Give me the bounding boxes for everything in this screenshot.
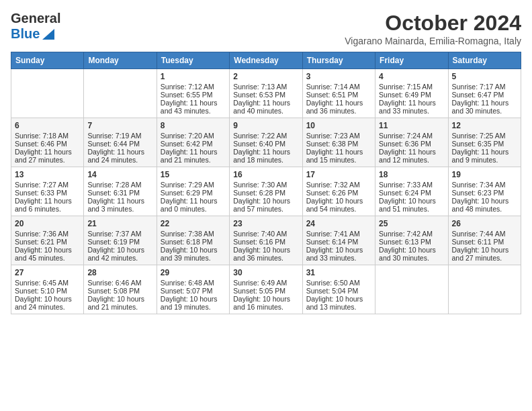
- day-info: Daylight: 11 hours and 40 minutes.: [233, 99, 298, 115]
- day-info: Daylight: 11 hours and 33 minutes.: [379, 99, 444, 115]
- day-cell: 31Sunrise: 6:50 AMSunset: 5:04 PMDayligh…: [302, 265, 375, 314]
- day-cell: 11Sunrise: 7:24 AMSunset: 6:36 PMDayligh…: [375, 118, 448, 167]
- day-number: 5: [452, 72, 517, 81]
- day-number: 30: [233, 268, 298, 277]
- day-info: Daylight: 10 hours and 36 minutes.: [233, 246, 298, 262]
- day-info: Sunrise: 7:20 AM: [161, 132, 226, 140]
- day-info: Sunrise: 7:19 AM: [87, 132, 152, 140]
- day-cell: 27Sunrise: 6:45 AMSunset: 5:10 PMDayligh…: [11, 265, 84, 314]
- page-header: General Blue October 2024 Vigarano Maina…: [11, 11, 521, 46]
- day-cell: 29Sunrise: 6:48 AMSunset: 5:07 PMDayligh…: [157, 265, 229, 314]
- day-info: Daylight: 11 hours and 21 minutes.: [161, 148, 226, 164]
- day-info: Sunrise: 7:44 AM: [452, 230, 517, 238]
- day-cell: 14Sunrise: 7:28 AMSunset: 6:31 PMDayligh…: [84, 167, 157, 216]
- day-info: Sunset: 5:04 PM: [306, 287, 371, 295]
- day-info: Sunrise: 6:46 AM: [87, 279, 152, 287]
- day-info: Sunrise: 7:27 AM: [15, 181, 80, 189]
- day-info: Daylight: 11 hours and 6 minutes.: [15, 197, 80, 213]
- day-cell: 3Sunrise: 7:14 AMSunset: 6:51 PMDaylight…: [302, 69, 375, 118]
- day-info: Daylight: 11 hours and 12 minutes.: [379, 148, 444, 164]
- header-cell-thursday: Thursday: [302, 52, 375, 69]
- day-number: 23: [233, 219, 298, 228]
- day-cell: 26Sunrise: 7:44 AMSunset: 6:11 PMDayligh…: [448, 216, 521, 265]
- day-info: Sunset: 6:36 PM: [379, 140, 444, 148]
- day-cell: 18Sunrise: 7:33 AMSunset: 6:24 PMDayligh…: [375, 167, 448, 216]
- day-info: Sunrise: 7:25 AM: [452, 132, 517, 140]
- day-info: Sunset: 6:55 PM: [161, 91, 226, 99]
- day-info: Sunrise: 6:45 AM: [15, 279, 80, 287]
- header-cell-saturday: Saturday: [448, 52, 521, 69]
- day-info: Sunrise: 7:24 AM: [379, 132, 444, 140]
- day-info: Sunrise: 7:13 AM: [233, 83, 298, 91]
- day-cell: 12Sunrise: 7:25 AMSunset: 6:35 PMDayligh…: [448, 118, 521, 167]
- day-info: Daylight: 10 hours and 54 minutes.: [306, 197, 371, 213]
- day-info: Sunrise: 7:34 AM: [452, 181, 517, 189]
- week-row-3: 13Sunrise: 7:27 AMSunset: 6:33 PMDayligh…: [11, 167, 521, 216]
- week-row-1: 1Sunrise: 7:12 AMSunset: 6:55 PMDaylight…: [11, 69, 521, 118]
- day-info: Sunrise: 7:17 AM: [452, 83, 517, 91]
- day-info: Sunset: 6:24 PM: [379, 189, 444, 197]
- day-info: Sunrise: 7:29 AM: [161, 181, 226, 189]
- location: Vigarano Mainarda, Emilia-Romagna, Italy: [345, 36, 521, 46]
- day-number: 11: [379, 121, 444, 130]
- day-info: Sunrise: 7:32 AM: [306, 181, 371, 189]
- day-number: 22: [161, 219, 226, 228]
- day-info: Daylight: 11 hours and 43 minutes.: [161, 99, 226, 115]
- header-cell-tuesday: Tuesday: [157, 52, 229, 69]
- header-cell-sunday: Sunday: [11, 52, 84, 69]
- day-cell: 24Sunrise: 7:41 AMSunset: 6:14 PMDayligh…: [302, 216, 375, 265]
- day-info: Daylight: 10 hours and 13 minutes.: [306, 295, 371, 311]
- day-number: 14: [87, 170, 152, 179]
- day-info: Daylight: 10 hours and 27 minutes.: [452, 246, 517, 262]
- day-info: Daylight: 11 hours and 15 minutes.: [306, 148, 371, 164]
- logo: General Blue: [11, 11, 62, 42]
- day-number: 9: [233, 121, 298, 130]
- day-info: Sunrise: 6:50 AM: [306, 279, 371, 287]
- day-info: Sunset: 6:49 PM: [379, 91, 444, 99]
- day-cell: 22Sunrise: 7:38 AMSunset: 6:18 PMDayligh…: [157, 216, 229, 265]
- day-number: 19: [452, 170, 517, 179]
- day-cell: [84, 69, 157, 118]
- day-info: Daylight: 11 hours and 27 minutes.: [15, 148, 80, 164]
- calendar-table: SundayMondayTuesdayWednesdayThursdayFrid…: [11, 52, 521, 314]
- day-cell: 25Sunrise: 7:42 AMSunset: 6:13 PMDayligh…: [375, 216, 448, 265]
- day-cell: 1Sunrise: 7:12 AMSunset: 6:55 PMDaylight…: [157, 69, 229, 118]
- day-info: Sunrise: 7:41 AM: [306, 230, 371, 238]
- day-info: Sunset: 6:14 PM: [306, 238, 371, 246]
- day-info: Sunset: 6:18 PM: [161, 238, 226, 246]
- day-info: Daylight: 10 hours and 51 minutes.: [379, 197, 444, 213]
- day-info: Daylight: 10 hours and 39 minutes.: [161, 246, 226, 262]
- day-info: Sunrise: 7:22 AM: [233, 132, 298, 140]
- day-info: Daylight: 10 hours and 30 minutes.: [379, 246, 444, 262]
- day-info: Sunset: 6:13 PM: [379, 238, 444, 246]
- day-number: 17: [306, 170, 371, 179]
- day-info: Sunrise: 7:18 AM: [15, 132, 80, 140]
- day-info: Sunset: 6:19 PM: [87, 238, 152, 246]
- day-number: 28: [87, 268, 152, 277]
- header-cell-wednesday: Wednesday: [230, 52, 302, 69]
- day-info: Sunset: 6:40 PM: [233, 140, 298, 148]
- day-cell: 19Sunrise: 7:34 AMSunset: 6:23 PMDayligh…: [448, 167, 521, 216]
- day-info: Sunrise: 7:15 AM: [379, 83, 444, 91]
- day-info: Daylight: 11 hours and 3 minutes.: [87, 197, 152, 213]
- day-info: Sunset: 6:38 PM: [306, 140, 371, 148]
- logo-triangle-icon: [42, 29, 54, 40]
- day-number: 15: [161, 170, 226, 179]
- day-info: Sunset: 6:11 PM: [452, 238, 517, 246]
- day-cell: 17Sunrise: 7:32 AMSunset: 6:26 PMDayligh…: [302, 167, 375, 216]
- day-number: 16: [233, 170, 298, 179]
- day-number: 2: [233, 72, 298, 81]
- day-info: Sunset: 6:26 PM: [306, 189, 371, 197]
- header-row: SundayMondayTuesdayWednesdayThursdayFrid…: [11, 52, 521, 69]
- day-number: 3: [306, 72, 371, 81]
- day-info: Sunrise: 6:48 AM: [161, 279, 226, 287]
- title-area: October 2024 Vigarano Mainarda, Emilia-R…: [345, 11, 521, 46]
- day-info: Sunrise: 7:38 AM: [161, 230, 226, 238]
- day-cell: 9Sunrise: 7:22 AMSunset: 6:40 PMDaylight…: [230, 118, 302, 167]
- day-info: Sunset: 6:33 PM: [15, 189, 80, 197]
- day-cell: 21Sunrise: 7:37 AMSunset: 6:19 PMDayligh…: [84, 216, 157, 265]
- day-cell: 30Sunrise: 6:49 AMSunset: 5:05 PMDayligh…: [230, 265, 302, 314]
- day-info: Sunrise: 7:37 AM: [87, 230, 152, 238]
- day-info: Sunset: 6:21 PM: [15, 238, 80, 246]
- day-info: Daylight: 10 hours and 24 minutes.: [15, 295, 80, 311]
